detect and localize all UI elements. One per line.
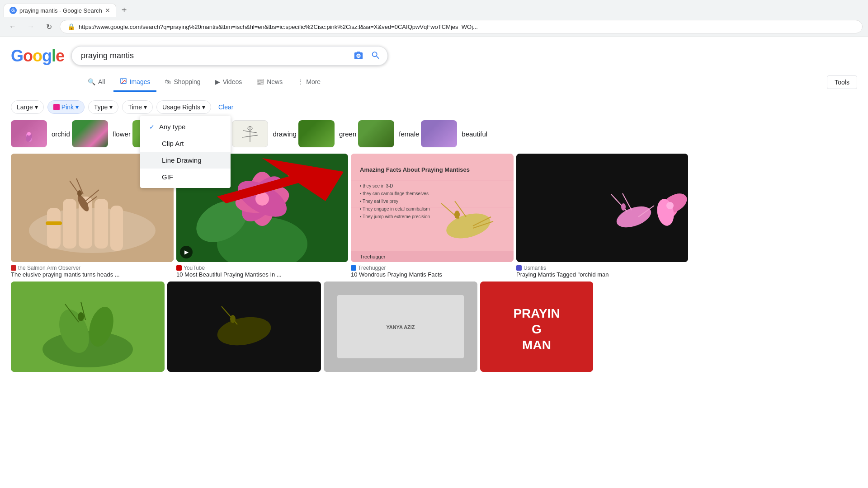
filter-large[interactable]: Large ▾ bbox=[11, 100, 44, 114]
svg-text:YANYA AZIZ: YANYA AZIZ bbox=[386, 324, 415, 330]
source-icon-treehugger bbox=[351, 265, 356, 271]
bottom-item-1[interactable] bbox=[11, 282, 165, 372]
svg-rect-18 bbox=[46, 221, 62, 225]
source-icon-youtube bbox=[176, 265, 182, 271]
svg-text:PRAYIN: PRAYIN bbox=[513, 306, 560, 320]
grid-source-usmantis: Usmantis bbox=[516, 265, 688, 271]
svg-point-61 bbox=[666, 202, 674, 209]
tab-all[interactable]: 🔍 All bbox=[81, 74, 112, 91]
address-bar[interactable]: 🔒 https://www.google.com/search?q=prayin… bbox=[60, 20, 863, 33]
address-bar-row: ← → ↻ 🔒 https://www.google.com/search?q=… bbox=[0, 17, 868, 37]
filter-type[interactable]: Type ▾ bbox=[88, 100, 118, 114]
strip-thumb-female bbox=[358, 120, 394, 147]
dropdown-line-drawing[interactable]: Line Drawing bbox=[140, 152, 231, 169]
new-tab-button[interactable]: + bbox=[118, 5, 131, 15]
source-name-salmon: the Salmon Arm Observer bbox=[18, 265, 80, 271]
strip-item-green[interactable]: green bbox=[298, 120, 356, 147]
source-name-usmantis: Usmantis bbox=[524, 265, 546, 271]
grid-source-treehugger: Treehugger bbox=[351, 265, 514, 271]
filter-time[interactable]: Time ▾ bbox=[122, 100, 153, 114]
search-input[interactable] bbox=[71, 46, 388, 66]
dropdown-gif[interactable]: GIF bbox=[140, 169, 231, 185]
more-tab-icon: ⋮ bbox=[297, 78, 303, 85]
grid-item-treehugger[interactable]: Amazing Facts About Praying Mantises • t… bbox=[351, 154, 514, 279]
strip-thumb-flower bbox=[72, 120, 108, 147]
bottom-item-3[interactable]: YANYA AZIZ bbox=[324, 282, 477, 372]
type-dropdown-menu: ✓ Any type Clip Art Line Drawing GIF bbox=[140, 116, 231, 188]
grid-title-youtube: 10 Most Beautiful Praying Mantises In ..… bbox=[176, 271, 348, 278]
usmantis-image-svg bbox=[516, 154, 688, 262]
strip-label-drawing: drawing bbox=[273, 130, 297, 138]
grid-caption-usmantis: Usmantis Praying Mantis Tagged "orchid m… bbox=[516, 262, 688, 279]
image-strip: orchid flower giant bbox=[0, 117, 868, 150]
tab-favicon: G bbox=[9, 7, 17, 14]
clear-filters-link[interactable]: Clear bbox=[215, 101, 237, 113]
tab-videos[interactable]: ▶ Videos bbox=[209, 74, 249, 91]
svg-point-68 bbox=[78, 312, 84, 321]
strip-item-female[interactable]: female bbox=[358, 120, 419, 147]
svg-rect-16 bbox=[94, 199, 108, 249]
svg-point-0 bbox=[357, 54, 360, 57]
dropdown-gif-label: GIF bbox=[162, 173, 173, 181]
refresh-button[interactable]: ↻ bbox=[42, 19, 56, 34]
tab-all-label: All bbox=[98, 78, 105, 85]
grid-title-usmantis: Praying Mantis Tagged "orchid man bbox=[516, 271, 688, 278]
bottom-img-2-svg bbox=[167, 282, 321, 372]
dropdown-clip-art-label: Clip Art bbox=[162, 140, 184, 147]
source-name-youtube: YouTube bbox=[184, 265, 205, 271]
svg-text:• they see in 3-D: • they see in 3-D bbox=[360, 183, 393, 188]
strip-item-drawing[interactable]: drawing bbox=[232, 120, 297, 147]
bottom-item-2[interactable] bbox=[167, 282, 321, 372]
main-image-grid: the Salmon Arm Observer The elusive pray… bbox=[0, 154, 868, 279]
back-button[interactable]: ← bbox=[5, 19, 20, 34]
tab-news[interactable]: 📰 News bbox=[250, 74, 289, 91]
svg-point-57 bbox=[621, 203, 626, 211]
tab-shopping[interactable]: 🛍 Shopping bbox=[158, 74, 207, 91]
logo-g2: g bbox=[42, 47, 52, 66]
forward-button[interactable]: → bbox=[24, 19, 38, 34]
news-tab-icon: 📰 bbox=[256, 78, 264, 85]
tab-close-button[interactable]: ✕ bbox=[105, 7, 110, 14]
logo-g: G bbox=[11, 47, 23, 66]
tab-news-label: News bbox=[267, 78, 283, 85]
svg-text:Amazing Facts About Praying Ma: Amazing Facts About Praying Mantises bbox=[360, 166, 470, 173]
tab-shopping-label: Shopping bbox=[174, 78, 200, 85]
tab-images[interactable]: Images bbox=[113, 73, 157, 92]
grid-image-treehugger: Amazing Facts About Praying Mantises • t… bbox=[351, 154, 514, 262]
strip-item-flower[interactable]: flower bbox=[72, 120, 131, 147]
search-bar-container bbox=[71, 46, 388, 66]
dropdown-any-type[interactable]: ✓ Any type bbox=[140, 118, 231, 135]
grid-item-usmantis[interactable]: Usmantis Praying Mantis Tagged "orchid m… bbox=[516, 154, 688, 279]
filter-usage-rights[interactable]: Usage Rights ▾ bbox=[156, 100, 211, 114]
svg-point-34 bbox=[288, 171, 291, 177]
svg-point-2 bbox=[122, 80, 123, 80]
search-submit-button[interactable] bbox=[369, 48, 382, 63]
play-button-youtube[interactable]: ▶ bbox=[180, 246, 193, 258]
source-icon-usmantis bbox=[516, 265, 522, 271]
pink-color-swatch bbox=[53, 104, 60, 110]
logo-e: e bbox=[56, 47, 64, 66]
svg-text:• They engage in octal canniba: • They engage in octal cannibalism bbox=[360, 206, 430, 211]
grid-image-usmantis bbox=[516, 154, 688, 262]
google-page: G o o g l e bbox=[0, 37, 868, 381]
strip-item-orchid[interactable]: orchid bbox=[11, 120, 70, 147]
strip-label-flower: flower bbox=[113, 130, 131, 138]
grid-caption-salmon: the Salmon Arm Observer The elusive pray… bbox=[11, 262, 174, 279]
svg-text:G: G bbox=[532, 322, 542, 336]
source-name-treehugger: Treehugger bbox=[358, 265, 386, 271]
active-tab[interactable]: G praying mantis - Google Search ✕ bbox=[4, 4, 116, 17]
tab-videos-label: Videos bbox=[223, 78, 242, 85]
bottom-item-4[interactable]: PRAYIN G MAN bbox=[480, 282, 593, 372]
tab-more[interactable]: ⋮ More bbox=[291, 74, 327, 91]
camera-search-button[interactable] bbox=[352, 48, 365, 63]
svg-text:• they can camouflage themselv: • they can camouflage themselves bbox=[360, 191, 429, 196]
dropdown-line-drawing-label: Line Drawing bbox=[162, 156, 202, 164]
tools-button[interactable]: Tools bbox=[827, 75, 857, 89]
header-row: G o o g l e bbox=[0, 46, 868, 66]
filter-pink[interactable]: Pink ▾ bbox=[47, 100, 85, 114]
filter-type-label: Type bbox=[94, 103, 108, 111]
url-text: https://www.google.com/search?q=praying%… bbox=[79, 23, 478, 30]
dropdown-clip-art[interactable]: Clip Art bbox=[140, 135, 231, 152]
strip-item-beautiful[interactable]: beautiful bbox=[421, 120, 487, 147]
strip-thumb-drawing bbox=[232, 120, 268, 147]
